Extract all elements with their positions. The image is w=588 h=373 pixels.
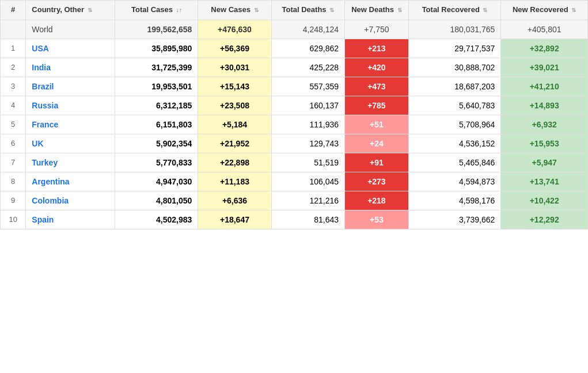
total-cases-cell: 4,502,983 bbox=[115, 210, 198, 229]
country-cell[interactable]: Turkey bbox=[26, 153, 115, 172]
total-recovered-cell: 5,708,964 bbox=[408, 115, 501, 134]
table-row: 7 Turkey 5,770,833 +22,898 51,519 +91 5,… bbox=[1, 153, 588, 172]
country-link[interactable]: France bbox=[32, 120, 58, 129]
new-cases-cell: +15,143 bbox=[198, 77, 271, 96]
col-header-rank[interactable]: # bbox=[1, 1, 26, 20]
total-recovered-cell: 3,739,662 bbox=[408, 210, 501, 229]
col-header-total-deaths[interactable]: Total Deaths ⇅ bbox=[271, 1, 344, 20]
sort-icon-new-cases: ⇅ bbox=[254, 6, 259, 14]
new-deaths-cell: +785 bbox=[345, 96, 409, 115]
col-header-total-recovered[interactable]: Total Recovered ⇅ bbox=[408, 1, 501, 20]
country-link[interactable]: Argentina bbox=[32, 177, 69, 186]
total-deaths-cell: 629,862 bbox=[271, 39, 344, 58]
sort-icon-new-deaths: ⇅ bbox=[397, 6, 402, 14]
world-row: World 199,562,658 +476,630 4,248,124 +7,… bbox=[1, 20, 588, 39]
total-deaths-cell: 160,137 bbox=[271, 96, 344, 115]
new-cases-cell: +22,898 bbox=[198, 153, 271, 172]
total-cases-cell: 4,947,030 bbox=[115, 172, 198, 191]
total-cases-cell: 5,902,354 bbox=[115, 134, 198, 153]
total-recovered-cell: 4,598,176 bbox=[408, 191, 501, 210]
sort-icon-total-cases: ↓↑ bbox=[176, 6, 182, 14]
country-cell[interactable]: Spain bbox=[26, 210, 115, 229]
world-new-recovered: +405,801 bbox=[501, 20, 588, 39]
country-link[interactable]: USA bbox=[32, 44, 49, 53]
new-recovered-cell: +6,932 bbox=[501, 115, 588, 134]
world-country: World bbox=[26, 20, 115, 39]
table-row: 8 Argentina 4,947,030 +11,183 106,045 +2… bbox=[1, 172, 588, 191]
new-cases-cell: +5,184 bbox=[198, 115, 271, 134]
country-cell[interactable]: Colombia bbox=[26, 191, 115, 210]
country-link[interactable]: Brazil bbox=[32, 82, 54, 91]
country-cell[interactable]: France bbox=[26, 115, 115, 134]
rank-cell: 1 bbox=[1, 39, 26, 58]
country-cell[interactable]: Russia bbox=[26, 96, 115, 115]
new-cases-cell: +56,369 bbox=[198, 39, 271, 58]
country-cell[interactable]: UK bbox=[26, 134, 115, 153]
world-new-cases: +476,630 bbox=[198, 20, 271, 39]
sort-icon-total-deaths: ⇅ bbox=[329, 6, 334, 14]
world-rank bbox=[1, 20, 26, 39]
new-recovered-cell: +12,292 bbox=[501, 210, 588, 229]
new-recovered-cell: +32,892 bbox=[501, 39, 588, 58]
new-cases-cell: +23,508 bbox=[198, 96, 271, 115]
total-deaths-cell: 557,359 bbox=[271, 77, 344, 96]
new-recovered-cell: +5,947 bbox=[501, 153, 588, 172]
total-deaths-cell: 121,216 bbox=[271, 191, 344, 210]
sort-icon-total-recovered: ⇅ bbox=[483, 6, 487, 14]
col-header-total-cases[interactable]: Total Cases ↓↑ bbox=[115, 1, 198, 20]
covid-table: # Country, Other ⇅ Total Cases ↓↑ New Ca… bbox=[0, 0, 588, 229]
new-deaths-cell: +473 bbox=[345, 77, 409, 96]
table-row: 2 India 31,725,399 +30,031 425,228 +420 … bbox=[1, 58, 588, 77]
table-row: 1 USA 35,895,980 +56,369 629,862 +213 29… bbox=[1, 39, 588, 58]
table-row: 3 Brazil 19,953,501 +15,143 557,359 +473… bbox=[1, 77, 588, 96]
total-cases-cell: 31,725,399 bbox=[115, 58, 198, 77]
country-cell[interactable]: USA bbox=[26, 39, 115, 58]
country-link[interactable]: India bbox=[32, 63, 51, 72]
new-recovered-cell: +41,210 bbox=[501, 77, 588, 96]
new-deaths-cell: +213 bbox=[345, 39, 409, 58]
country-cell[interactable]: Brazil bbox=[26, 77, 115, 96]
col-header-new-cases[interactable]: New Cases ⇅ bbox=[198, 1, 271, 20]
table-row: 5 France 6,151,803 +5,184 111,936 +51 5,… bbox=[1, 115, 588, 134]
total-recovered-cell: 18,687,203 bbox=[408, 77, 501, 96]
rank-cell: 10 bbox=[1, 210, 26, 229]
total-deaths-cell: 81,643 bbox=[271, 210, 344, 229]
country-cell[interactable]: India bbox=[26, 58, 115, 77]
new-recovered-cell: +10,422 bbox=[501, 191, 588, 210]
total-deaths-cell: 425,228 bbox=[271, 58, 344, 77]
new-deaths-cell: +273 bbox=[345, 172, 409, 191]
new-cases-cell: +6,636 bbox=[198, 191, 271, 210]
new-recovered-cell: +39,021 bbox=[501, 58, 588, 77]
col-header-country[interactable]: Country, Other ⇅ bbox=[26, 1, 115, 20]
country-link[interactable]: Turkey bbox=[32, 158, 58, 167]
total-deaths-cell: 111,936 bbox=[271, 115, 344, 134]
rank-cell: 7 bbox=[1, 153, 26, 172]
total-recovered-cell: 4,536,152 bbox=[408, 134, 501, 153]
table-row: 4 Russia 6,312,185 +23,508 160,137 +785 … bbox=[1, 96, 588, 115]
new-cases-cell: +21,952 bbox=[198, 134, 271, 153]
rank-cell: 2 bbox=[1, 58, 26, 77]
total-recovered-cell: 5,465,846 bbox=[408, 153, 501, 172]
new-cases-cell: +30,031 bbox=[198, 58, 271, 77]
total-cases-cell: 35,895,980 bbox=[115, 39, 198, 58]
rank-cell: 8 bbox=[1, 172, 26, 191]
col-header-new-recovered[interactable]: New Recovered ⇅ bbox=[501, 1, 588, 20]
new-recovered-cell: +13,741 bbox=[501, 172, 588, 191]
total-recovered-cell: 4,594,873 bbox=[408, 172, 501, 191]
table-row: 10 Spain 4,502,983 +18,647 81,643 +53 3,… bbox=[1, 210, 588, 229]
country-cell[interactable]: Argentina bbox=[26, 172, 115, 191]
total-cases-cell: 4,801,050 bbox=[115, 191, 198, 210]
country-link[interactable]: UK bbox=[32, 139, 43, 148]
new-deaths-cell: +420 bbox=[345, 58, 409, 77]
world-total-cases: 199,562,658 bbox=[115, 20, 198, 39]
world-total-deaths: 4,248,124 bbox=[271, 20, 344, 39]
country-link[interactable]: Colombia bbox=[32, 196, 69, 205]
col-header-new-deaths[interactable]: New Deaths ⇅ bbox=[345, 1, 409, 20]
country-link[interactable]: Spain bbox=[32, 215, 54, 224]
new-cases-cell: +11,183 bbox=[198, 172, 271, 191]
country-link[interactable]: Russia bbox=[32, 101, 58, 110]
total-recovered-cell: 29,717,537 bbox=[408, 39, 501, 58]
rank-cell: 6 bbox=[1, 134, 26, 153]
new-recovered-cell: +15,953 bbox=[501, 134, 588, 153]
header-row: # Country, Other ⇅ Total Cases ↓↑ New Ca… bbox=[1, 1, 588, 20]
